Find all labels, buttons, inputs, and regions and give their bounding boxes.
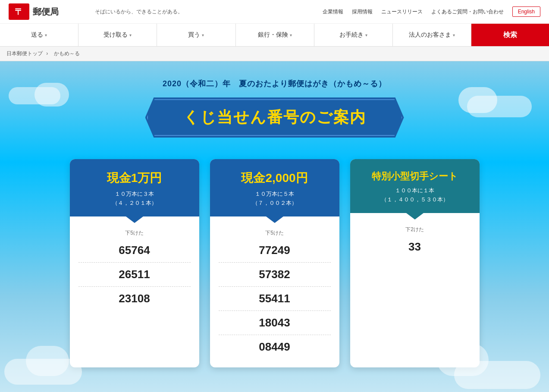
logo-area: 〒 郵便局: [9, 3, 86, 20]
card-1-digit-label: 下5けた: [78, 229, 191, 237]
card-2-subtitle-line2: （７，００２本）: [219, 199, 331, 208]
english-button[interactable]: English: [512, 6, 540, 17]
card-2-number-4: 18043: [219, 311, 331, 335]
card-2-body: 下5けた 77249 57382 55411 18043 08449: [210, 216, 339, 367]
card-1-header: 現金1万円 １０万本に３本 （４，２０１本）: [70, 159, 199, 216]
nav-receive-chevron: ▾: [129, 33, 132, 38]
card-3-subtitle-line2: （１，４００，５３０本）: [359, 195, 471, 204]
tagline: そばにいるから、できることがある。: [86, 8, 323, 16]
main-nav: 送る ▾ 受け取る ▾ 買う ▾ 銀行・保険 ▾ お手続き ▾ 法人のお客さま …: [0, 24, 549, 47]
prize-card-3: 特別小型切手シート １００本に１本 （１，４００，５３０本） 下2けた 33: [350, 159, 480, 367]
ribbon-background: くじ当せん番号のご案内: [145, 97, 404, 138]
card-2-number-1: 77249: [219, 238, 331, 263]
card-1-number-1: 65764: [78, 238, 191, 263]
nav-banking-chevron: ▾: [290, 33, 292, 38]
card-3-title: 特別小型切手シート: [359, 170, 471, 183]
nav-item-procedures[interactable]: お手続き ▾: [314, 24, 393, 46]
nav-item-banking[interactable]: 銀行・保険 ▾: [236, 24, 314, 46]
top-nav: 企業情報 採用情報 ニュースリリース よくあるご質問・お問い合わせ Englis…: [323, 6, 540, 17]
post-logo-icon: 〒: [9, 3, 29, 20]
banner-ribbon: くじ当せん番号のご案内: [145, 97, 404, 138]
breadcrumb-separator: ›: [46, 50, 48, 56]
nav-item-corporate[interactable]: 法人のお客さま ▾: [393, 24, 471, 46]
nav-send-label: 送る: [31, 31, 43, 39]
nav-receive-label: 受け取る: [104, 31, 128, 39]
card-2-number-5: 08449: [219, 335, 331, 359]
card-2-subtitle-line1: １０万本に５本: [219, 190, 331, 199]
breadcrumb: 日本郵便トップ › かもめ～る: [0, 47, 549, 61]
nav-procedures-label: お手続き: [339, 31, 364, 39]
nav-corporate-chevron: ▾: [453, 33, 455, 38]
nav-item-buy[interactable]: 買う ▾: [157, 24, 235, 46]
card-2-digit-label: 下5けた: [219, 229, 331, 237]
top-bar: 〒 郵便局 そばにいるから、できることがある。 企業情報 採用情報 ニュースリリ…: [0, 0, 549, 24]
prize-card-1: 現金1万円 １０万本に３本 （４，２０１本） 下5けた 65764 26511 …: [70, 159, 199, 367]
nav-buy-label: 買う: [188, 31, 200, 39]
hero-section: 2020（令和二）年 夏のおたより郵便はがき（かもめ～る） くじ当せん番号のご案…: [0, 61, 549, 392]
breadcrumb-home[interactable]: 日本郵便トップ: [6, 50, 43, 56]
hero-subtitle: 2020（令和二）年 夏のおたより郵便はがき（かもめ～る）: [0, 61, 549, 89]
breadcrumb-current: かもめ～る: [54, 50, 80, 56]
nav-send-chevron: ▾: [45, 33, 47, 38]
nav-buy-chevron: ▾: [202, 33, 204, 38]
svg-text:〒: 〒: [15, 7, 23, 16]
card-1-subtitle-line1: １０万本に３本: [78, 190, 191, 199]
card-3-header: 特別小型切手シート １００本に１本 （１，４００，５３０本）: [350, 159, 480, 213]
logo-text: 郵便局: [33, 6, 59, 18]
prize-card-2: 現金2,000円 １０万本に５本 （７，００２本） 下5けた 77249 573…: [210, 159, 339, 367]
card-1-number-3: 23108: [78, 287, 191, 310]
card-2-header: 現金2,000円 １０万本に５本 （７，００２本）: [210, 159, 339, 216]
card-1-body: 下5けた 65764 26511 23108: [70, 216, 199, 319]
card-3-subtitle-line1: １００本に１本: [359, 186, 471, 195]
card-1-number-2: 26511: [78, 263, 191, 287]
card-1-subtitle-line2: （４，２０１本）: [78, 199, 191, 208]
card-1-title: 現金1万円: [78, 170, 191, 186]
card-3-body: 下2けた 33: [350, 213, 480, 267]
search-button[interactable]: 検索: [471, 24, 549, 46]
nav-item-receive[interactable]: 受け取る ▾: [78, 24, 157, 46]
nav-banking-label: 銀行・保険: [258, 31, 288, 39]
nav-corporate-label: 法人のお客さま: [409, 31, 451, 39]
news-release-link[interactable]: ニュースリリース: [381, 8, 423, 16]
card-2-title: 現金2,000円: [219, 170, 331, 186]
card-2-number-3: 55411: [219, 287, 331, 311]
card-2-number-2: 57382: [219, 263, 331, 287]
recruitment-link[interactable]: 採用情報: [352, 8, 373, 16]
banner-text: くじ当せん番号のご案内: [183, 108, 366, 126]
nav-procedures-chevron: ▾: [365, 33, 367, 38]
faq-link[interactable]: よくあるご質問・お問い合わせ: [431, 8, 504, 16]
nav-item-send[interactable]: 送る ▾: [0, 24, 78, 46]
card-3-number-1: 33: [359, 235, 471, 259]
card-3-digit-label: 下2けた: [359, 226, 471, 233]
company-info-link[interactable]: 企業情報: [323, 8, 343, 16]
